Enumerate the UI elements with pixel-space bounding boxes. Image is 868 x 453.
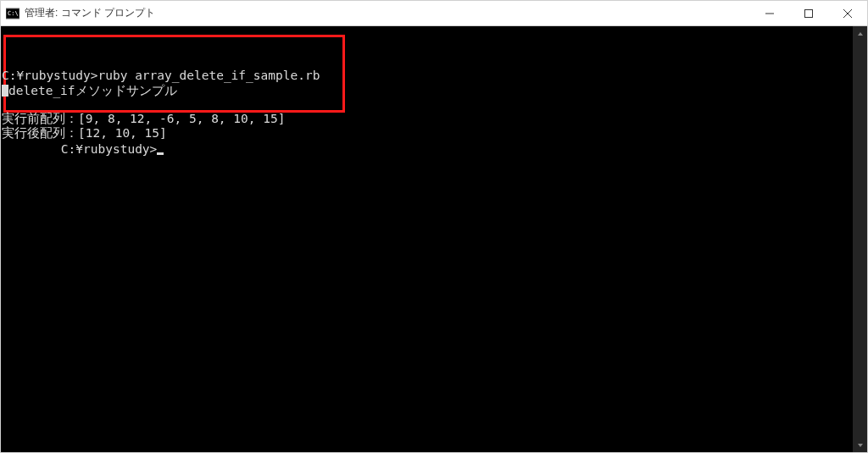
svg-rect-3 (805, 9, 813, 17)
blank-line (2, 97, 320, 112)
svg-marker-7 (858, 444, 863, 447)
scrollbar[interactable] (853, 26, 867, 452)
cursor (157, 152, 164, 155)
maximize-button[interactable] (789, 1, 828, 25)
terminal-area[interactable]: C:¥rubystudy>ruby array_delete_if_sample… (1, 26, 867, 452)
scroll-track[interactable] (853, 41, 867, 438)
scroll-down-button[interactable] (853, 438, 867, 452)
window-controls (750, 1, 867, 25)
cmd-line: C:¥rubystudy>ruby array_delete_if_sample… (2, 69, 320, 83)
minimize-button[interactable] (750, 1, 789, 25)
scroll-up-button[interactable] (853, 26, 867, 41)
block-glyph (2, 85, 8, 97)
window-title: 管理者: コマンド プロンプト (25, 6, 750, 20)
command-prompt-window: C:\ 管理者: コマンド プロンプト C:¥rubystudy>ruby ar (0, 0, 868, 453)
svg-marker-6 (858, 32, 863, 36)
svg-text:C:\: C:\ (8, 10, 19, 17)
prompt-text: C:¥rubystudy> (61, 142, 158, 156)
cmd-icon: C:\ (6, 7, 19, 20)
titlebar[interactable]: C:\ 管理者: コマンド プロンプト (1, 1, 867, 26)
prompt-line: C:¥rubystudy> (2, 128, 164, 171)
terminal-content[interactable]: C:¥rubystudy>ruby array_delete_if_sample… (1, 26, 853, 452)
before-array-line: 実行前配列：[9, 8, 12, -6, 5, 8, 10, 15] (2, 112, 320, 126)
close-button[interactable] (828, 1, 867, 25)
output-line: delete_ifメソッドサンプル (2, 83, 320, 97)
